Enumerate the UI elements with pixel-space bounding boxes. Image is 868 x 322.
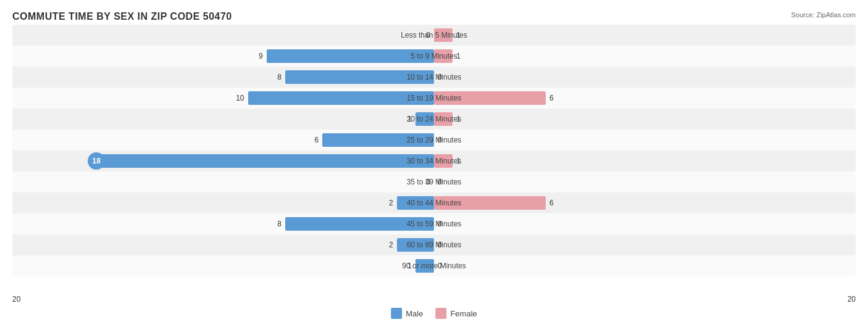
female-value: 0 xyxy=(438,241,442,249)
special-badge: 18 xyxy=(88,152,105,170)
table-row: 35 to 39 Minutes00 xyxy=(12,171,856,192)
bar-female xyxy=(434,154,453,168)
bar-male xyxy=(267,49,434,63)
table-row: 60 to 89 Minutes20 xyxy=(12,234,856,255)
bar-female xyxy=(434,112,453,126)
axis-label-left: 20 xyxy=(12,295,20,303)
chart-rows: Less than 5 Minutes015 to 9 Minutes9110 … xyxy=(12,25,856,276)
bar-female xyxy=(434,28,453,42)
bar-male xyxy=(397,238,434,252)
male-value: 9 xyxy=(259,52,263,60)
male-value: 2 xyxy=(389,241,393,249)
female-value: 0 xyxy=(438,136,442,144)
female-value: 0 xyxy=(438,73,442,81)
male-value: 2 xyxy=(389,199,393,207)
legend-female-label: Female xyxy=(450,309,477,318)
female-value: 1 xyxy=(456,115,461,123)
bar-female xyxy=(434,91,546,105)
bar-male xyxy=(285,70,434,84)
legend-male: Male xyxy=(391,308,423,319)
chart-container: COMMUTE TIME BY SEX IN ZIP CODE 50470 So… xyxy=(0,0,868,322)
bar-male xyxy=(285,217,434,231)
bar-male xyxy=(248,91,435,105)
male-value: 8 xyxy=(277,220,282,228)
chart-legend: Male Female xyxy=(391,308,477,319)
male-value: 10 xyxy=(236,94,244,102)
male-value: 0 xyxy=(426,178,430,186)
female-value: 1 xyxy=(456,31,461,39)
table-row: 15 to 19 Minutes106 xyxy=(12,88,856,109)
bar-male xyxy=(322,133,434,147)
row-label: 35 to 39 Minutes xyxy=(407,171,462,192)
female-value: 6 xyxy=(549,94,554,102)
male-value: 8 xyxy=(277,73,282,81)
bar-male xyxy=(415,259,434,273)
bar-female xyxy=(434,49,453,63)
table-row: 20 to 24 Minutes11 xyxy=(12,109,856,130)
male-value: 1 xyxy=(407,115,412,123)
table-row: 90 or more Minutes10 xyxy=(12,255,856,276)
bar-male xyxy=(415,112,434,126)
female-value: 0 xyxy=(438,220,442,228)
female-value: 6 xyxy=(549,199,554,207)
table-row: 25 to 29 Minutes60 xyxy=(12,130,856,151)
male-value: 6 xyxy=(314,136,319,144)
male-value: 0 xyxy=(426,31,430,39)
chart-title: COMMUTE TIME BY SEX IN ZIP CODE 50470 xyxy=(12,11,856,22)
legend-female-box xyxy=(435,308,446,319)
male-value: 1 xyxy=(407,262,412,270)
legend-male-label: Male xyxy=(406,309,423,318)
axis-label-right: 20 xyxy=(848,295,856,303)
female-value: 0 xyxy=(438,262,442,270)
table-row: 1830 to 34 Minutes1 xyxy=(12,151,856,171)
bar-female xyxy=(434,196,546,210)
bar-male xyxy=(99,154,434,168)
legend-female: Female xyxy=(435,308,477,319)
table-row: 45 to 59 Minutes80 xyxy=(12,213,856,234)
table-row: 10 to 14 Minutes80 xyxy=(12,67,856,88)
table-row: Less than 5 Minutes01 xyxy=(12,25,856,46)
female-value: 1 xyxy=(456,157,461,165)
legend-male-box xyxy=(391,308,402,319)
bar-male xyxy=(397,196,434,210)
female-value: 0 xyxy=(438,178,442,186)
table-row: 5 to 9 Minutes91 xyxy=(12,46,856,67)
female-value: 1 xyxy=(456,52,461,60)
table-row: 40 to 44 Minutes26 xyxy=(12,192,856,213)
source-label: Source: ZipAtlas.com xyxy=(791,11,856,19)
